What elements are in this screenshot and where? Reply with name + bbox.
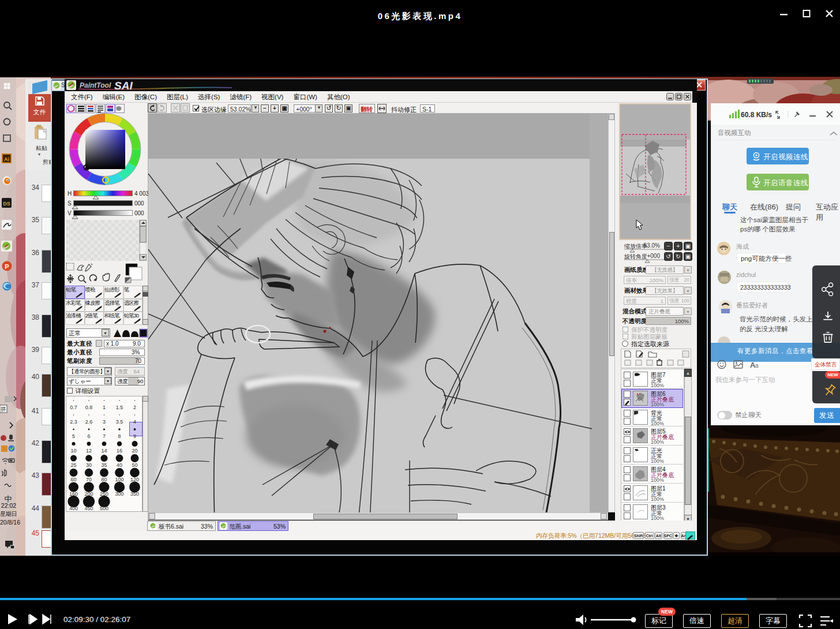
svg-text:35: 35: [101, 462, 107, 468]
svg-text:50: 50: [132, 462, 137, 468]
svg-text:PaintTool: PaintTool: [80, 81, 111, 89]
svg-text:60: 60: [70, 477, 76, 482]
svg-text:350: 350: [130, 491, 139, 497]
svg-text:16: 16: [117, 448, 122, 454]
svg-text:4: 4: [133, 419, 136, 425]
svg-text:8: 8: [118, 433, 121, 439]
svg-text:450: 450: [84, 506, 93, 511]
svg-text:0.7: 0.7: [70, 405, 77, 410]
svg-text:DS: DS: [3, 201, 10, 207]
svg-text:300: 300: [115, 491, 123, 497]
svg-text:1: 1: [103, 405, 106, 410]
svg-text:9: 9: [133, 433, 136, 439]
svg-text:500: 500: [100, 506, 108, 511]
svg-text:80: 80: [101, 477, 107, 482]
svg-text:10: 10: [70, 448, 76, 454]
svg-text:2.6: 2.6: [85, 419, 93, 425]
svg-text:3.5: 3.5: [116, 419, 123, 425]
svg-text:14: 14: [101, 448, 107, 454]
svg-text:Ai: Ai: [4, 156, 9, 162]
svg-text:400: 400: [69, 506, 78, 511]
svg-text:0.8: 0.8: [85, 405, 93, 410]
svg-text:30: 30: [86, 462, 92, 468]
svg-text:P: P: [5, 263, 9, 270]
svg-text:2.3: 2.3: [70, 419, 77, 425]
svg-text:3: 3: [103, 419, 106, 425]
svg-text:1.5: 1.5: [116, 405, 123, 410]
svg-text:100: 100: [115, 477, 123, 482]
svg-text:2: 2: [133, 405, 136, 410]
svg-text:拼: 拼: [1, 406, 6, 412]
svg-text:120: 120: [130, 477, 139, 482]
svg-text:25: 25: [70, 462, 76, 468]
svg-text:7: 7: [103, 433, 106, 439]
svg-text:a: a: [755, 362, 759, 369]
svg-text:70: 70: [86, 477, 92, 482]
svg-text:40: 40: [117, 462, 122, 468]
svg-text:5: 5: [72, 433, 75, 439]
svg-text:SAI: SAI: [114, 80, 133, 92]
svg-text:12: 12: [86, 448, 92, 454]
svg-text:6: 6: [87, 433, 90, 439]
svg-text:20: 20: [132, 448, 137, 454]
